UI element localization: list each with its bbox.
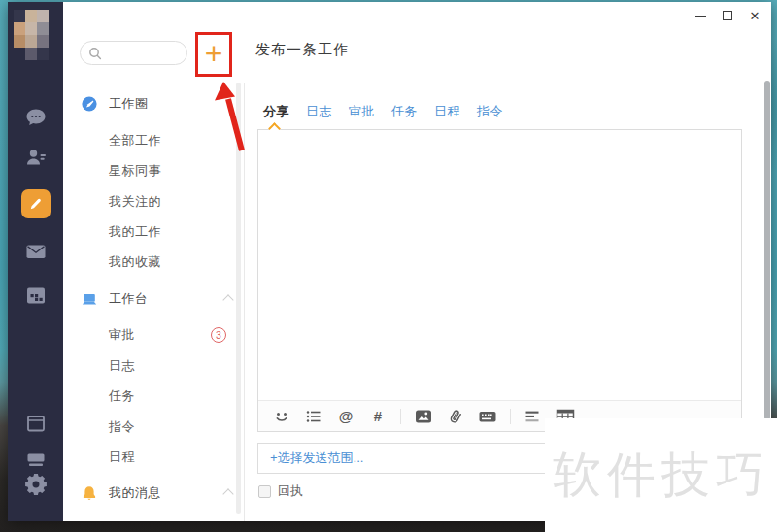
mention-icon[interactable]: @ (336, 407, 355, 426)
main-scrollbar[interactable] (764, 81, 770, 420)
desktop-background: ✕ (0, 0, 777, 532)
nav-label: 我的收藏 (109, 253, 161, 271)
hashtag-icon[interactable]: # (368, 407, 388, 426)
calendar-icon[interactable] (24, 283, 48, 307)
tab-directive[interactable]: 指令 (477, 103, 503, 120)
nav-item-approval[interactable]: 审批 3 (63, 320, 244, 349)
drive-icon[interactable] (24, 448, 48, 471)
nav-label: 工作台 (109, 290, 149, 308)
avatar[interactable] (14, 10, 49, 60)
receipt-checkbox[interactable] (258, 485, 271, 498)
compose-panel: @ # (257, 129, 742, 432)
tab-journal[interactable]: 日志 (306, 103, 332, 120)
search-icon (88, 47, 102, 60)
nav-section-workbench[interactable]: 工作台 (63, 284, 244, 314)
compose-icon-active[interactable] (21, 189, 51, 218)
image-icon[interactable] (414, 407, 433, 426)
contacts-icon[interactable] (24, 146, 48, 169)
nav-section-my-messages[interactable]: 我的消息 (63, 479, 244, 508)
chevron-up-icon[interactable] (222, 488, 233, 499)
nav-label: 全部工作 (109, 132, 161, 150)
toolbar-separator (400, 409, 401, 424)
nav-item-starred-colleagues[interactable]: 星标同事 (63, 156, 244, 185)
approval-count-badge: 3 (211, 327, 226, 343)
search-box[interactable] (80, 41, 187, 65)
watermark-box: 软件技巧 (545, 418, 777, 532)
tab-task[interactable]: 任务 (391, 103, 418, 120)
nav-label: 审批 (109, 326, 135, 344)
compose-textarea[interactable] (258, 130, 741, 401)
nav-label: 星标同事 (109, 162, 161, 180)
chevron-up-icon[interactable] (222, 294, 233, 305)
workbench-icon (82, 291, 97, 307)
nav-label: 日程 (109, 449, 135, 466)
tab-schedule[interactable]: 日程 (434, 103, 460, 120)
receipt-option: 回执 (258, 482, 303, 500)
close-button[interactable]: ✕ (748, 9, 761, 22)
nav-label: 我的工作 (109, 223, 161, 241)
chat-icon[interactable] (24, 106, 48, 129)
nav-item-my-favorites[interactable]: 我的收藏 (63, 248, 244, 277)
nav-label: 工作圈 (109, 95, 149, 113)
settings-gear-icon[interactable] (24, 473, 48, 496)
nav-item-my-work[interactable]: 我的工作 (63, 217, 244, 247)
page-title: 发布一条工作 (255, 41, 349, 59)
workspace-icon[interactable] (24, 412, 48, 435)
watermark-text: 软件技巧 (553, 443, 770, 508)
select-send-scope-label: +选择发送范围... (270, 449, 363, 467)
nav-label: 指令 (109, 418, 135, 436)
minimize-icon (695, 16, 706, 17)
nav-item-task[interactable]: 任务 (63, 382, 244, 411)
nav-label: 日志 (109, 357, 135, 375)
search-input[interactable] (102, 47, 180, 60)
nav-label: 任务 (109, 387, 135, 405)
maximize-button[interactable] (721, 9, 734, 22)
emoji-icon[interactable] (272, 407, 291, 426)
align-icon[interactable] (524, 407, 543, 426)
panel-divider (244, 83, 245, 521)
receipt-label: 回执 (278, 482, 303, 500)
keyboard-icon[interactable] (478, 407, 497, 426)
nav-label: 我的消息 (109, 484, 161, 502)
maximize-icon (723, 11, 732, 20)
toolbar-separator (510, 409, 511, 424)
bell-icon (82, 485, 97, 501)
divider (245, 83, 771, 83)
nav-section-work-circle[interactable]: 工作圈 (63, 89, 244, 118)
list-icon[interactable] (304, 407, 323, 426)
nav-label: 我关注的 (109, 193, 161, 211)
annotation-highlight-box (195, 32, 232, 77)
work-circle-icon (82, 96, 97, 112)
nav-item-directive[interactable]: 指令 (63, 413, 244, 442)
window-controls: ✕ (693, 2, 761, 29)
compose-tabs: 分享 日志 审批 任务 日程 指令 (263, 95, 503, 128)
tab-approval[interactable]: 审批 (349, 103, 375, 120)
minimize-button[interactable] (693, 9, 707, 22)
nav-item-schedule[interactable]: 日程 (63, 443, 244, 472)
attachment-icon[interactable] (446, 407, 465, 426)
mail-icon[interactable] (24, 240, 48, 263)
nav-item-all-work[interactable]: 全部工作 (63, 126, 244, 155)
tab-share[interactable]: 分享 (263, 103, 289, 120)
nav-item-following[interactable]: 我关注的 (63, 187, 244, 216)
app-rail (8, 2, 63, 521)
nav-item-journal[interactable]: 日志 (63, 351, 244, 381)
